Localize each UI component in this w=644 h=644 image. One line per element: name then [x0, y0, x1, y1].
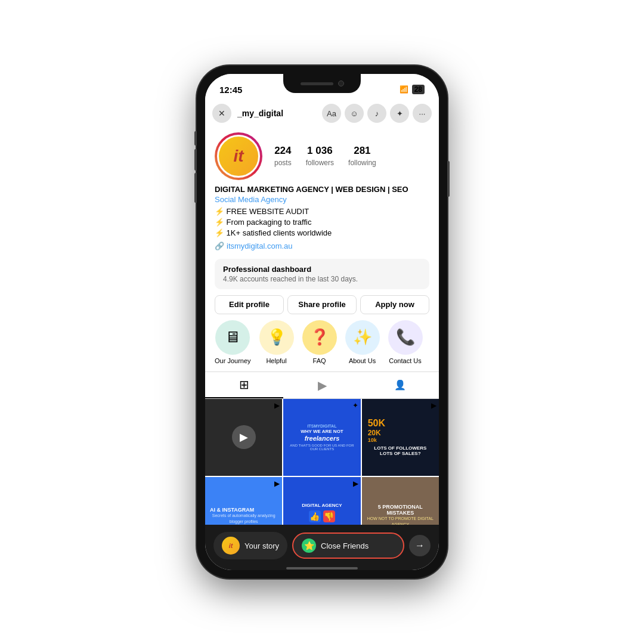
- following-label: following: [348, 159, 376, 167]
- helpful-icon: 💡: [267, 328, 286, 346]
- notch: [283, 74, 361, 93]
- posts-count: 224: [274, 145, 292, 157]
- stat-following: 281 following: [348, 145, 376, 168]
- text-tool-button[interactable]: Aa: [322, 104, 341, 123]
- profile-bio: DIGITAL MARKETING AGENCY | WEB DESIGN | …: [205, 185, 439, 255]
- close-story-button[interactable]: ✕: [212, 104, 231, 123]
- post-badge-0: ▶: [274, 401, 280, 410]
- grid-icon: ⊞: [239, 377, 249, 392]
- avatar-ring: it: [215, 132, 262, 180]
- post-badge-4: ▶: [353, 479, 358, 488]
- emoji-tool-button[interactable]: ☺: [345, 104, 364, 123]
- tab-reels[interactable]: ▶: [283, 372, 361, 398]
- profile-header: it 224 posts 1 036 followers 281: [205, 126, 439, 185]
- story-icons: Aa ☺ ♪ ✦ ···: [322, 104, 432, 123]
- professional-dashboard[interactable]: Professional dashboard 4.9K accounts rea…: [215, 259, 429, 289]
- volume-up-button[interactable]: [194, 149, 197, 171]
- dashboard-subtitle: 4.9K accounts reached in the last 30 day…: [223, 275, 421, 283]
- effects-tool-button[interactable]: ✦: [390, 104, 409, 123]
- battery-icon: 28: [412, 85, 425, 94]
- arrow-icon: →: [415, 540, 425, 551]
- post-badge-2: ▶: [431, 401, 436, 410]
- highlights-row: 🖥 Our Journey 💡 Helpful ❓ FAQ: [205, 320, 439, 371]
- highlight-label-3: About Us: [349, 357, 376, 364]
- close-friends-button[interactable]: ⭐ Close Friends: [292, 532, 404, 559]
- dashboard-title: Professional dashboard: [223, 265, 421, 274]
- your-story-button[interactable]: it Your story: [213, 532, 287, 559]
- followers-label: followers: [306, 159, 334, 167]
- status-time: 12:45: [219, 85, 242, 95]
- contact-us-icon: 📞: [396, 328, 415, 346]
- power-button[interactable]: [447, 161, 450, 197]
- speaker: [301, 82, 333, 85]
- action-buttons: Edit profile Share profile Apply now: [205, 295, 439, 320]
- edit-profile-button[interactable]: Edit profile: [215, 295, 284, 314]
- close-friends-label: Close Friends: [321, 541, 369, 550]
- home-bar: [286, 567, 358, 569]
- bottom-navigation: it Your story ⭐ Close Friends →: [205, 525, 439, 566]
- story-username: _my_digital: [237, 109, 316, 118]
- bio-category[interactable]: Social Media Agency: [215, 195, 429, 204]
- post-item-4[interactable]: DIGITAL AGENCY 👍 👎 friend or... ▶: [283, 477, 360, 525]
- bio-line-2: ⚡ From packaging to traffic: [215, 217, 429, 228]
- bio-link[interactable]: 🔗 itsmydigital.com.au: [215, 242, 429, 250]
- front-camera: [338, 80, 344, 86]
- highlight-label-4: Contact Us: [389, 357, 421, 364]
- highlight-contact-us[interactable]: 📞 Contact Us: [388, 320, 423, 364]
- highlight-helpful[interactable]: 💡 Helpful: [259, 320, 294, 364]
- close-friends-icon: ⭐: [302, 538, 316, 553]
- your-story-label: Your story: [244, 541, 279, 550]
- link-icon: 🔗: [215, 242, 224, 250]
- next-arrow-button[interactable]: →: [409, 535, 431, 556]
- profile-stats: 224 posts 1 036 followers 281 following: [274, 145, 376, 168]
- post-item-5[interactable]: 5 PROMOTIONAL MISTAKES HOW NOT TO PROMOT…: [362, 477, 439, 525]
- stat-posts: 224 posts: [274, 145, 292, 168]
- avatar: it: [217, 135, 260, 178]
- avatar-wrap: it: [215, 132, 262, 180]
- phone-screen: 12:45 📶 28 ✕ _my_digital Aa ☺ ♪: [205, 74, 439, 570]
- story-toolbar: ✕ _my_digital Aa ☺ ♪ ✦ ···: [205, 100, 439, 126]
- music-tool-button[interactable]: ♪: [367, 104, 386, 123]
- highlight-label-1: Helpful: [266, 357, 286, 364]
- volume-down-button[interactable]: [194, 178, 197, 199]
- highlight-about-us[interactable]: ✨ About Us: [345, 320, 380, 364]
- tab-grid[interactable]: ⊞: [205, 372, 283, 398]
- silent-button[interactable]: [194, 131, 197, 145]
- post-item-2[interactable]: 50K 20K 10k LOTS OF FOLLOWERS LOTS OF SA…: [362, 399, 439, 476]
- more-tool-button[interactable]: ···: [413, 104, 432, 123]
- followers-count: 1 036: [306, 145, 334, 157]
- share-profile-button[interactable]: Share profile: [287, 295, 357, 314]
- our-journey-icon: 🖥: [225, 328, 240, 346]
- apply-now-button[interactable]: Apply now: [360, 295, 429, 314]
- post-item-0[interactable]: ▶ ▶: [205, 399, 282, 476]
- following-count: 281: [348, 145, 376, 157]
- post-item-3[interactable]: AI & INSTAGRAM Secrets of automatically …: [205, 477, 282, 525]
- highlight-faq[interactable]: ❓ FAQ: [302, 320, 337, 364]
- reels-icon: ▶: [318, 378, 327, 392]
- link-url: itsmydigital.com.au: [227, 242, 293, 250]
- post-item-1[interactable]: ITSMYDIGITAL WHY WE ARE NOT freelancers …: [283, 399, 360, 476]
- highlight-label-0: Our Journey: [215, 357, 251, 364]
- faq-icon: ❓: [310, 328, 329, 346]
- bio-name: DIGITAL MARKETING AGENCY | WEB DESIGN | …: [215, 185, 429, 194]
- highlight-label-2: FAQ: [313, 357, 326, 364]
- post-badge-3: ▶: [274, 479, 280, 488]
- content-tabs: ⊞ ▶ 👤: [205, 371, 439, 399]
- wifi-icon: 📶: [400, 85, 408, 94]
- highlight-our-journey[interactable]: 🖥 Our Journey: [215, 320, 251, 364]
- bottom-avatar: it: [222, 537, 240, 555]
- bio-line-1: ⚡ FREE WEBSITE AUDIT: [215, 206, 429, 217]
- stat-followers: 1 036 followers: [306, 145, 334, 168]
- bio-line-3: ⚡ 1K+ satisfied clients worldwide: [215, 228, 429, 239]
- posts-label: posts: [274, 159, 292, 167]
- status-icons: 📶 28: [400, 85, 425, 94]
- about-us-icon: ✨: [353, 328, 372, 346]
- home-indicator: [205, 566, 439, 570]
- tab-tagged[interactable]: 👤: [361, 372, 439, 398]
- profile-content: it 224 posts 1 036 followers 281: [205, 126, 439, 525]
- posts-grid: ▶ ▶ ITSMYDIGITAL WHY WE ARE NOT freelanc…: [205, 399, 439, 525]
- tagged-icon: 👤: [394, 379, 406, 391]
- post-badge-1: ✦: [352, 401, 358, 410]
- phone-outer: 12:45 📶 28 ✕ _my_digital Aa ☺ ♪: [197, 66, 447, 578]
